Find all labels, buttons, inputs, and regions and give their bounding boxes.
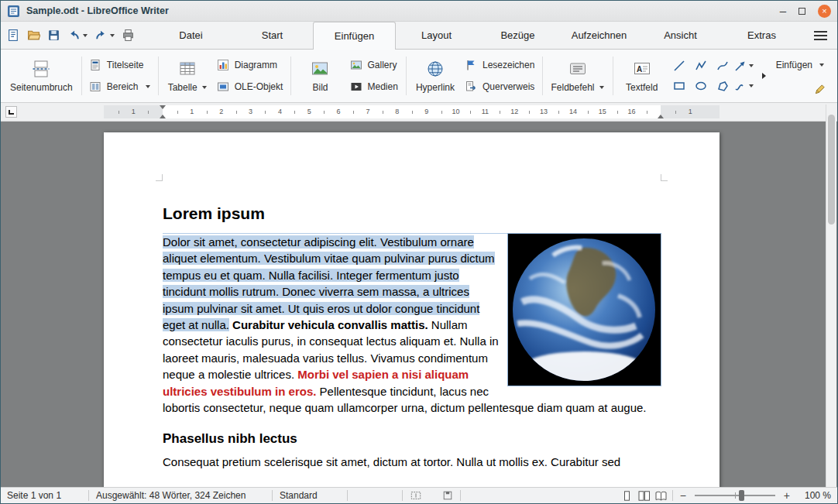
document-heading-1[interactable]: Lorem ipsum <box>163 204 661 223</box>
earth-image[interactable] <box>508 234 661 386</box>
tab-einfuegen[interactable]: Einfügen <box>313 22 396 50</box>
insert-freeform-curve-button[interactable] <box>734 77 754 95</box>
tab-extras[interactable]: Extras <box>721 22 802 49</box>
scrollbar-thumb[interactable] <box>828 115 835 225</box>
multi-page-view-button[interactable] <box>638 490 650 502</box>
first-line-indent-marker[interactable] <box>160 105 166 109</box>
insert-line-button[interactable] <box>669 57 689 75</box>
ruler-number: 1 <box>187 108 197 115</box>
close-button[interactable]: × <box>818 5 831 18</box>
insert-rectangle-button[interactable] <box>669 77 689 95</box>
chart-label: Diagramm <box>235 60 277 70</box>
horizontal-ruler[interactable]: 1234567891011121314151611 <box>104 105 720 118</box>
new-document-button[interactable] <box>5 26 22 45</box>
selected-text-run[interactable]: Dolor sit amet, consectetur adipiscing e… <box>163 235 495 331</box>
insert-image-button[interactable]: Bild <box>296 51 344 101</box>
page-number-status[interactable]: Seite 1 von 1 <box>7 490 81 501</box>
document-modified-button[interactable] <box>441 490 453 502</box>
statusbar-separator <box>672 490 673 501</box>
titlebar[interactable]: Sample.odt - LibreOffice Writer – × <box>1 1 837 22</box>
maximize-button[interactable] <box>799 8 805 15</box>
vertical-scrollbar[interactable] <box>826 105 836 487</box>
ruler-bar: 1234567891011121314151611 <box>1 103 837 122</box>
redo-dropdown-arrow[interactable] <box>110 34 115 37</box>
document-heading-2[interactable]: Phasellus nibh lectus <box>163 431 661 447</box>
field-dropdown-arrow[interactable] <box>599 86 604 89</box>
book-view-button[interactable] <box>655 490 667 502</box>
table-dropdown-arrow[interactable] <box>202 86 207 89</box>
ole-object-button[interactable]: OLE-Objekt <box>215 79 286 94</box>
zoom-slider-thumb[interactable] <box>739 490 744 501</box>
section-dropdown-arrow[interactable] <box>146 85 150 88</box>
right-indent-marker[interactable] <box>658 115 664 118</box>
print-button[interactable] <box>119 26 137 45</box>
bold-text-run[interactable]: Curabitur vehicula convallis mattis. <box>229 318 428 331</box>
ole-object-label: OLE-Objekt <box>235 81 283 92</box>
insert-menu-button[interactable]: Einfügen <box>774 57 826 73</box>
page-break-button[interactable]: Seitenumbruch <box>7 51 76 101</box>
draw-functions-button[interactable] <box>813 83 826 96</box>
zoom-level[interactable]: 100 % <box>797 490 831 501</box>
document-paragraph-2[interactable]: Consequat pretium scelerisque sit amet, … <box>163 454 661 470</box>
ruler-tick <box>383 111 383 114</box>
arrow-dropdown-arrow[interactable] <box>749 64 754 67</box>
section-button[interactable]: Bereich <box>87 79 153 94</box>
hyperlink-button[interactable]: Hyperlink <box>411 51 459 101</box>
redo-button[interactable] <box>92 26 117 45</box>
chart-button[interactable]: Diagramm <box>215 57 286 73</box>
page-break-label: Seitenumbruch <box>10 82 73 93</box>
open-button[interactable] <box>25 26 43 45</box>
tab-stop-selector[interactable] <box>5 106 17 118</box>
tab-bezuege[interactable]: Bezüge <box>477 22 558 49</box>
word-count-status[interactable]: Ausgewählt: 48 Wörter, 324 Zeichen <box>96 490 265 501</box>
hamburger-menu-button[interactable] <box>814 29 828 41</box>
tab-aufzeichnen[interactable]: Aufzeichnen <box>558 22 640 49</box>
zoom-out-button[interactable]: − <box>678 489 688 502</box>
gallery-button[interactable]: Gallery <box>347 57 400 73</box>
toolbar-overflow-arrow[interactable] <box>762 73 766 79</box>
ruler-number: 14 <box>568 108 578 115</box>
undo-icon <box>67 29 81 42</box>
document-paragraph-1[interactable]: Dolor sit amet, consectetur adipiscing e… <box>163 233 661 416</box>
minimize-button[interactable]: – <box>780 7 786 15</box>
zoom-slider[interactable] <box>695 495 775 496</box>
left-tab-icon <box>9 110 14 115</box>
insert-curve-button[interactable] <box>713 57 733 75</box>
ruler-number: 8 <box>393 108 402 115</box>
bookmark-label: Lesezeichen <box>483 60 534 70</box>
tab-layout[interactable]: Layout <box>396 22 477 49</box>
ruler-number: 10 <box>452 108 461 115</box>
zoom-in-button[interactable]: + <box>782 489 792 502</box>
page[interactable]: Lorem ipsum <box>104 132 720 487</box>
text-box-button[interactable]: A Textfeld <box>618 51 666 101</box>
insert-field-button[interactable]: Feldbefehl <box>548 51 606 101</box>
insert-arrow-button[interactable] <box>734 57 754 75</box>
save-button[interactable] <box>45 26 63 45</box>
ruler-tick <box>324 111 325 114</box>
undo-button[interactable] <box>65 26 90 45</box>
table-button[interactable]: Tabelle <box>163 51 211 101</box>
insert-polyline-button[interactable] <box>691 57 711 75</box>
cross-reference-button[interactable]: Querverweis <box>462 79 537 94</box>
bookmark-button[interactable]: Lesezeichen <box>462 57 537 73</box>
media-button[interactable]: Medien <box>347 79 400 94</box>
insert-polygon-button[interactable] <box>713 77 733 95</box>
tab-datei[interactable]: Datei <box>150 22 232 49</box>
title-page-button[interactable]: Titelseite <box>87 57 153 73</box>
field-icon <box>568 59 587 79</box>
tab-ansicht[interactable]: Ansicht <box>640 22 721 49</box>
left-indent-marker[interactable] <box>160 115 166 118</box>
table-label: Tabelle <box>168 82 197 93</box>
section-icon <box>89 81 102 94</box>
single-page-view-button[interactable] <box>621 490 633 502</box>
undo-dropdown-arrow[interactable] <box>83 34 88 37</box>
insert-ellipse-button[interactable] <box>691 77 711 95</box>
page-style-status[interactable]: Standard <box>280 490 340 501</box>
bookmark-icon <box>465 59 478 72</box>
book-view-icon <box>655 491 667 501</box>
freeform-dropdown-arrow[interactable] <box>749 84 754 87</box>
selection-mode-button[interactable] <box>410 490 421 502</box>
document-area[interactable]: Lorem ipsum <box>1 122 837 487</box>
ruler-number: 4 <box>275 108 284 115</box>
tab-start[interactable]: Start <box>232 22 313 49</box>
